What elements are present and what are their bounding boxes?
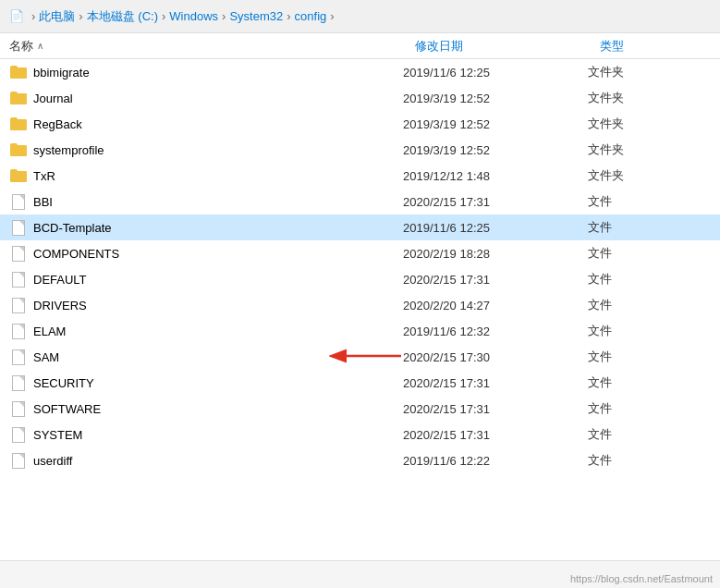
table-row[interactable]: DEFAULT2020/2/15 17:31文件 [0,266,720,292]
folder-icon [9,141,28,159]
file-name: BBI [33,195,403,209]
table-row[interactable]: DRIVERS2020/2/20 14:27文件 [0,292,720,318]
column-headers: 名称 ∧ 修改日期 类型 [0,33,720,59]
file-name: TxR [33,169,403,183]
breadcrumb-c-drive[interactable]: 本地磁盘 (C:) [87,8,158,25]
file-name: RegBack [33,117,403,131]
file-name: DEFAULT [33,273,403,287]
breadcrumb-windows[interactable]: Windows [169,9,218,23]
file-type: 文件夹 [588,141,699,158]
file-icon [9,244,28,263]
file-type: 文件夹 [588,64,699,80]
file-name: userdiff [33,454,403,468]
folder-icon [9,63,28,81]
file-list: bbimigrate2019/11/6 12:25文件夹Journal2019/… [0,59,720,560]
col-header-name[interactable]: 名称 ∧ [9,38,415,55]
file-date: 2019/11/6 12:22 [403,454,588,468]
file-name: SYSTEM [33,428,403,442]
file-type: 文件 [588,349,699,365]
table-row[interactable]: bbimigrate2019/11/6 12:25文件夹 [0,59,720,85]
file-type: 文件 [588,400,699,417]
file-date: 2020/2/15 17:30 [403,350,588,364]
table-row[interactable]: SECURITY2020/2/15 17:31文件 [0,370,720,396]
breadcrumb-config[interactable]: config [295,9,327,23]
file-type: 文件 [588,245,699,262]
file-icon [9,270,28,288]
file-name: ELAM [33,325,403,338]
file-type: 文件夹 [588,167,699,184]
file-icon [9,192,28,211]
file-date: 2019/11/6 12:25 [403,66,588,80]
file-date: 2020/2/15 17:31 [403,402,588,416]
table-row[interactable]: Journal2019/3/19 12:52文件夹 [0,85,720,111]
table-row[interactable]: BCD-Template2019/11/6 12:25文件 [0,214,720,240]
table-row[interactable]: ELAM2019/11/6 12:32文件 [0,318,720,344]
file-date: 2019/3/19 12:52 [403,117,588,131]
file-date: 2020/2/15 17:31 [403,195,588,209]
table-row[interactable]: RegBack2019/3/19 12:52文件夹 [0,111,720,137]
file-icon [9,374,28,392]
file-name: BCD-Template [33,221,403,235]
table-row[interactable]: SYSTEM2020/2/15 17:31文件 [0,422,720,447]
file-name: SECURITY [33,376,403,390]
arrow-annotation [329,347,403,368]
folder-icon [9,115,28,133]
breadcrumb-system32[interactable]: System32 [229,9,283,23]
file-date: 2020/2/19 18:28 [403,247,588,261]
file-name: SOFTWARE [33,402,403,416]
file-date: 2019/3/19 12:52 [403,143,588,157]
file-date: 2020/2/15 17:31 [403,376,588,390]
table-row[interactable]: TxR2019/12/12 1:48文件夹 [0,163,720,189]
file-icon [9,399,28,418]
file-date: 2019/11/6 12:32 [403,325,588,338]
breadcrumb: 📄 › 此电脑 › 本地磁盘 (C:) › Windows › System32… [0,0,720,33]
file-icon [9,322,28,340]
file-name: systemprofile [33,143,403,157]
file-name: bbimigrate [33,66,403,80]
folder-icon [9,89,28,107]
sort-arrow-icon: ∧ [37,41,43,51]
file-icon [9,296,28,314]
file-type: 文件 [588,297,699,313]
breadcrumb-home-icon: 📄 [9,9,24,23]
file-date: 2019/12/12 1:48 [403,169,588,183]
breadcrumb-arrow1: › [31,9,35,23]
file-name: SAM [33,350,323,364]
table-row[interactable]: systemprofile2019/3/19 12:52文件夹 [0,137,720,163]
file-type: 文件 [588,374,699,391]
file-type: 文件 [588,426,699,443]
file-date: 2020/2/15 17:31 [403,273,588,287]
file-type: 文件 [588,452,699,469]
file-icon [9,348,28,366]
breadcrumb-this-pc[interactable]: 此电脑 [39,8,75,25]
file-date: 2020/2/15 17:31 [403,428,588,442]
file-name: Journal [33,92,403,105]
file-type: 文件夹 [588,116,699,132]
col-header-date[interactable]: 修改日期 [415,38,600,55]
file-type: 文件 [588,271,699,288]
file-name: COMPONENTS [33,247,403,261]
col-header-type[interactable]: 类型 [600,38,711,55]
file-date: 2019/11/6 12:25 [403,221,588,235]
file-name: DRIVERS [33,299,403,312]
file-date: 2019/3/19 12:52 [403,92,588,105]
file-type: 文件 [588,323,699,339]
table-row[interactable]: SAM 2020/2/15 17:30文件 [0,344,720,370]
table-row[interactable]: userdiff2019/11/6 12:22文件 [0,447,720,473]
watermark: https://blog.csdn.net/Eastmount [570,573,713,584]
file-type: 文件 [588,219,699,236]
file-type: 文件夹 [588,90,699,106]
folder-icon [9,166,28,185]
table-row[interactable]: COMPONENTS2020/2/19 18:28文件 [0,240,720,266]
file-date: 2020/2/20 14:27 [403,299,588,312]
table-row[interactable]: SOFTWARE2020/2/15 17:31文件 [0,396,720,422]
file-icon [9,451,28,470]
file-type: 文件 [588,193,699,210]
file-icon [9,425,28,444]
file-icon [9,218,28,237]
table-row[interactable]: BBI2020/2/15 17:31文件 [0,189,720,214]
